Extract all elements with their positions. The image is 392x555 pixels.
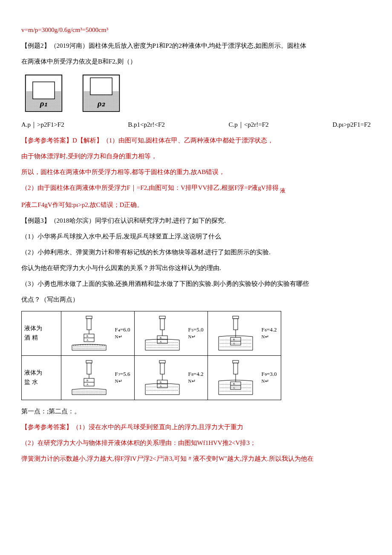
svg-rect-9 — [90, 78, 112, 95]
reading-f4: F₄=6.0N↵ — [115, 326, 130, 340]
reading-f7: F₇=5.6N↵ — [115, 371, 130, 384]
row1-label-a: 液体为 — [24, 325, 42, 331]
example2-title-line1: 【例题2】（2019河南）圆柱体先后放入密度为P1和P2的2种液体中,均处于漂浮… — [21, 39, 371, 53]
answer2-line3: 所以，圆柱体在两液体中所受浮力相等,都等于圆柱体的重力,故AB错误， — [21, 165, 371, 179]
example3-q1: （1）小华将乒乓球按入水中,松手后,发现乒乓球竖直上浮,这说明了什么 — [21, 230, 371, 244]
apparatus-icon: B A — [139, 315, 186, 352]
beaker-rho2: ρ₂ — [79, 73, 124, 113]
option-b: B.p1<p2r!<F2 — [128, 118, 165, 132]
svg-text:B: B — [233, 338, 235, 341]
reading-f8: F₈=4.2N↵ — [188, 371, 204, 384]
row2-label-cell: 液体为 盐 水 — [22, 355, 61, 400]
cell-f9: B A F₉=3.0N↵ — [208, 355, 281, 400]
rho2-label: ρ₂ — [97, 99, 106, 108]
svg-rect-19 — [159, 316, 165, 319]
reading-f6: F₆=4.2N↵ — [262, 326, 277, 340]
answer3-line3: 弹簧测力计的示数越小,浮力越大,得F浮lV尸浮2<尸浒3,可知〃液不变时W"越大… — [21, 452, 371, 466]
reading-f5: F₅=5.0N↵ — [188, 326, 204, 340]
example2-title-line2: 在两液体中所受浮力依次是B和F2,则（） — [21, 55, 371, 69]
svg-rect-39 — [86, 360, 92, 363]
reading-f9: F₉=3.0N↵ — [262, 371, 277, 384]
apparatus-icon: B A — [212, 360, 259, 396]
row1-label-b: 酒 精 — [24, 334, 38, 341]
svg-rect-49 — [160, 363, 164, 374]
svg-text:A: A — [86, 339, 89, 341]
svg-text:B: B — [160, 381, 161, 384]
example3-q3b: 优点？（写出两点） — [21, 293, 371, 307]
svg-rect-29 — [233, 316, 239, 319]
answer3-line2: （2）在研究浮力大小与物体排开液体体积的关系理由：由图知Wf1HVV推2<V排3… — [21, 436, 371, 450]
beaker-rho1: ρ₁ — [21, 73, 66, 113]
example3-q2b: 你认为他在研究浮力大小与什么因素的关系？并写出你这样认为的理由. — [21, 261, 371, 275]
svg-rect-30 — [233, 319, 238, 330]
option-a: A.p｜>p2F1>F2 — [21, 118, 64, 132]
apparatus-icon: B A — [212, 315, 259, 352]
option-c: C.p｜<p2r!=F2 — [228, 118, 268, 132]
answer2-line2: 由于物体漂浮时,受到的浮力和自身的重力相等， — [21, 149, 371, 163]
option-d: D.pı>p2F1=F2 — [332, 118, 371, 132]
formula-line: v=m/p=3000g/0.6g/cm³=5000cm³ — [21, 23, 371, 37]
cell-f5: B A F₅=5.0N↵ — [135, 311, 208, 355]
cell-f7: B A F₇=5.6N↵ — [61, 355, 135, 400]
svg-rect-58 — [233, 363, 238, 374]
table-row: 液体为 盐 水 B A F₇=5.6N↵ — [22, 355, 281, 400]
example3-title: 【例题3】（2018哈尔滨）同学们在认识和研究浮力时,进行了如下的探究. — [21, 214, 371, 228]
beaker-figure: ρ₁ ρ₂ — [21, 73, 371, 113]
cell-f8: B A F₈=4.2N↵ — [135, 355, 208, 400]
svg-rect-57 — [233, 360, 239, 363]
svg-text:B: B — [86, 379, 88, 382]
cell-f6: B A F₆=4.2N↵ — [208, 311, 281, 355]
svg-text:B: B — [233, 383, 235, 385]
options-row: A.p｜>p2F1>F2 B.p1<p2r!<F2 C.p｜<p2r!=F2 D… — [21, 118, 371, 132]
svg-text:A: A — [86, 383, 89, 386]
svg-rect-20 — [160, 319, 164, 330]
svg-text:B: B — [160, 337, 161, 339]
svg-rect-40 — [87, 363, 91, 374]
apparatus-icon: B A — [66, 315, 112, 352]
answer3-line1: 【参考参考答案】（1）浸在水中的乒乓球受到竖直向上的浮力,且浮力大于重力 — [21, 420, 371, 434]
answer2-line5: P液二F4gV作可知:pı>p2,故C错误；D正确。 — [21, 198, 371, 212]
row1-label-cell: 液体为 酒 精 — [22, 311, 61, 355]
svg-text:B: B — [86, 335, 88, 337]
apparatus-icon: B A — [66, 360, 112, 396]
example3-q3a: （3）小勇也用水做了上面的实验,还换用酒精和盐水做了下图的实验.则小勇的实验较小… — [21, 277, 371, 291]
cell-f4: B A F₄=6.0N↵ — [61, 311, 135, 355]
rho1-label: ρ₁ — [40, 99, 47, 108]
experiment-table: 液体为 酒 精 B A F₄=6.0N↵ — [21, 311, 281, 400]
answer2-line1: 【参考参考答案】D【解析】（1）由图可知,圆柱体在甲、乙两种液体中都处于漂浮状态… — [21, 134, 371, 148]
row2-label-a: 液体为 — [24, 369, 42, 376]
row2-label-b: 盐 水 — [24, 379, 38, 385]
example3-q2a: （2）小帅利用水、弹簧测力计和带有标记线的长方体物块等器材,进行了如图所示的实验… — [21, 245, 371, 259]
svg-rect-11 — [87, 319, 91, 330]
points-line: 第一点：;第二点：。 — [21, 404, 371, 418]
apparatus-icon: B A — [139, 360, 186, 396]
table-row: 液体为 酒 精 B A F₄=6.0N↵ — [22, 311, 281, 355]
svg-rect-48 — [159, 360, 165, 363]
answer2-line4: （2）由于圆柱体在两液体中所受浮力F｜=F2,由图可知：V排甲VV排乙,根据F浮… — [21, 181, 371, 196]
svg-rect-4 — [33, 82, 55, 99]
svg-rect-10 — [86, 316, 92, 319]
